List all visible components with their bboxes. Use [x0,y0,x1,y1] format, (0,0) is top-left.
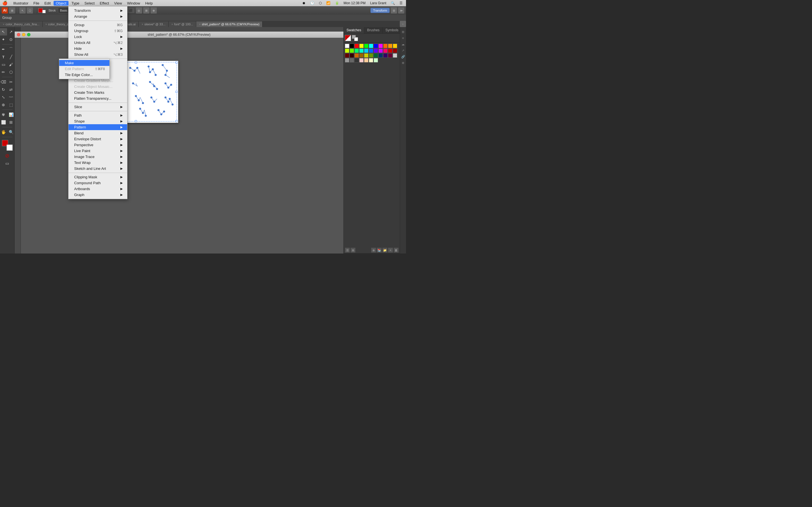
curvature-tool[interactable]: ⌒ [7,46,15,53]
new-color-group[interactable]: 📁 [382,247,388,252]
paintbrush-tool[interactable]: 🖌 [7,61,15,68]
color-swatch[interactable] [373,53,378,58]
color-swatch[interactable] [383,44,388,48]
menu-item-graph[interactable]: Graph▶ [68,192,127,198]
tool-icon-3[interactable]: ⬡ [27,7,33,13]
color-swatch[interactable] [345,53,349,58]
color-swatch[interactable] [373,44,378,48]
swatches-tab[interactable]: Swatches [344,27,364,34]
swatch-list-view[interactable]: ☰ [345,247,350,252]
menu-item-clipping-mask[interactable]: Clipping Mask▶ [68,174,127,180]
color-swatch[interactable] [359,44,364,48]
color-swatch[interactable] [359,53,364,58]
color-swatch[interactable] [354,48,359,53]
color-swatch[interactable] [383,48,388,53]
menu-icon[interactable]: ☰ [400,1,403,5]
tool-icon-2[interactable]: ↖ [19,7,26,13]
apple-logo[interactable]: 🍎 [2,1,8,6]
asset-export-icon[interactable]: ↗ [401,48,406,53]
selection-tool[interactable]: ↖ [0,28,7,36]
brushes-tab[interactable]: Brushes [364,27,383,34]
color-swatch[interactable] [364,58,368,62]
column-graph-tool[interactable]: 📊 [7,111,15,118]
free-transform-tool[interactable]: ⬚ [7,101,15,108]
new-swatch[interactable]: + [388,247,393,252]
transform-panel-icon[interactable]: ⊕ [401,60,406,65]
none-fill-swatch[interactable] [345,35,351,41]
menu-view[interactable]: View [112,1,124,6]
magic-wand-tool[interactable]: ✦ [0,36,7,43]
menu-window[interactable]: Window [125,1,142,6]
menu-item-pattern[interactable]: Pattern▶ [68,124,127,130]
color-swatch[interactable] [350,48,354,53]
color-swatch[interactable] [378,48,383,53]
stroke-color[interactable] [6,145,13,151]
color-swatch[interactable] [378,53,383,58]
menu-item-compound-path[interactable]: Compound Path▶ [68,180,127,186]
color-swatch[interactable] [383,53,388,58]
color-swatch[interactable] [393,53,397,58]
none-btn[interactable]: ⊘ [4,152,11,159]
slice-tool[interactable]: ⊞ [7,119,15,126]
menu-item-perspective[interactable]: Perspective▶ [68,142,127,148]
color-swatch[interactable] [359,58,364,62]
rectangle-tool[interactable]: ▭ [0,61,7,68]
reflect-tool[interactable]: ⇄ [7,86,15,93]
color-swatch[interactable] [393,48,397,53]
tool-icon-1[interactable]: ⊞ [9,7,15,13]
color-swatch[interactable] [350,44,354,48]
lasso-tool[interactable]: ⊙ [7,36,15,43]
color-swatch[interactable] [354,58,359,62]
menu-item-hide[interactable]: Hide▶ [68,46,127,52]
menu-item-transform[interactable]: Transform▶ [68,8,127,13]
menu-illustrator[interactable]: Illustrator [11,1,31,6]
pattern-submenu-item-make[interactable]: Make [59,60,109,66]
menu-item-flatten-transparency[interactable]: Flatten Transparency... [68,96,127,101]
close-icon[interactable]: × [142,23,143,26]
maximize-button[interactable] [27,33,31,36]
menu-item-create-trim-marks[interactable]: Create Trim Marks [68,90,127,96]
menu-effect[interactable]: Effect [98,1,111,6]
menu-select[interactable]: Select [82,1,97,6]
menu-item-artboards[interactable]: Artboards▶ [68,186,127,192]
more-tabs-icon[interactable]: › [400,21,406,27]
color-swatch[interactable] [393,44,397,48]
align-icon[interactable]: ⊞ [143,7,149,13]
direct-selection-tool[interactable]: ↗ [7,28,15,36]
tab-sleeve[interactable]: × sleeve* @ 33... [139,21,168,27]
menu-item-envelope-distort[interactable]: Envelope Distort▶ [68,136,127,142]
pattern-submenu-item-tile-edge-color[interactable]: Tile Edge Color... [59,72,109,78]
color-swatch[interactable] [388,48,393,53]
menu-type[interactable]: Type [69,1,82,6]
menu-item-blend[interactable]: Blend▶ [68,130,127,136]
color-swatch[interactable] [345,58,349,62]
color-swatch[interactable] [388,53,393,58]
menu-edit[interactable]: Edit [42,1,53,6]
search-icon[interactable]: 🔍 [391,1,395,5]
close-button[interactable] [17,33,20,36]
close-icon[interactable]: × [3,23,4,26]
rotate-tool[interactable]: ↻ [0,86,7,93]
color-swatch[interactable] [369,58,373,62]
color-swatch[interactable] [388,44,393,48]
menu-item-text-wrap[interactable]: Text Wrap▶ [68,160,127,166]
symbol-sprayer-tool[interactable]: ✾ [0,111,7,118]
color-swatch[interactable] [354,53,359,58]
color-swatch[interactable] [373,48,378,53]
menu-help[interactable]: Help [143,1,155,6]
appearance-icon[interactable]: ◎ [136,7,142,13]
show-swatch-kinds[interactable]: ⊕ [371,247,376,252]
tab-font[interactable]: × font* @ 100... [168,21,196,27]
delete-swatch[interactable]: 🗑 [394,247,399,252]
menu-object[interactable]: Object [54,1,69,6]
color-swatch[interactable] [369,44,373,48]
cc-libraries-icon[interactable]: ☁ [401,42,406,47]
screen-mode[interactable]: ▭ [4,160,11,167]
scale-tool[interactable]: ⤡ [0,94,7,101]
close-icon[interactable]: × [199,23,201,26]
color-swatch[interactable] [354,44,359,48]
symbols-tab[interactable]: Symbols [383,27,402,34]
align-panel-icon[interactable]: ⊟ [391,7,397,13]
pencil-tool[interactable]: ✏ [0,68,7,76]
color-swatch[interactable] [373,58,378,62]
